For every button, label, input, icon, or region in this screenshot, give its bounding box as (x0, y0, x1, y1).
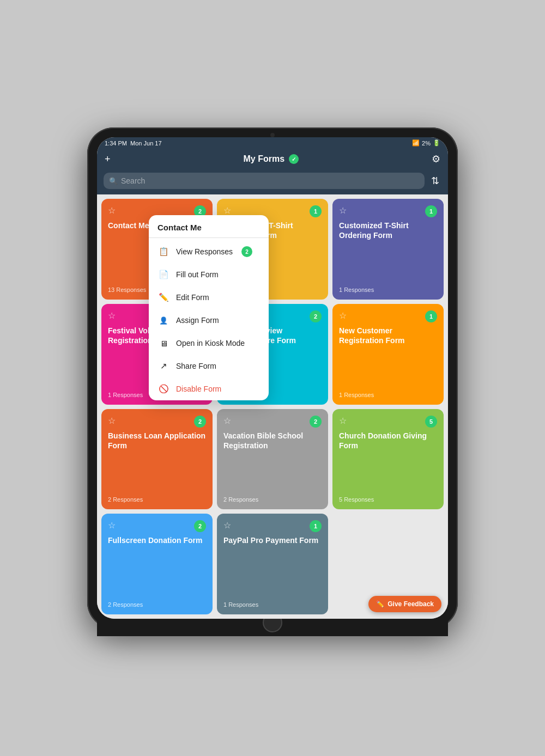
fill-out-icon: 📄 (158, 269, 169, 281)
tablet-device: 1:34 PM Mon Jun 17 📶 2% 🔋 + My Forms ✓ ⚙… (87, 127, 458, 629)
header-title-area: My Forms ✓ (243, 154, 299, 164)
camera-dot (270, 133, 275, 137)
wifi-icon: 📶 (412, 139, 420, 147)
assign-form-icon: 👤 (158, 314, 169, 326)
feedback-icon: ✏️ (376, 600, 384, 608)
menu-item-edit-form[interactable]: ✏️ Edit Form (149, 286, 269, 309)
fill-out-label: Fill out Form (176, 270, 219, 279)
verified-icon: ✓ (289, 154, 299, 164)
settings-button[interactable]: ⚙ (432, 153, 440, 165)
context-menu-overlay[interactable]: Contact Me 📋 View Responses 2 📄 Fill out… (97, 194, 448, 619)
menu-item-disable-form[interactable]: 🚫 Disable Form (149, 377, 269, 400)
search-field-wrap[interactable]: 🔍 (104, 173, 425, 189)
search-bar: 🔍 ⇅ (97, 169, 448, 194)
sort-icon: ⇅ (431, 175, 439, 186)
kiosk-icon: 🖥 (158, 337, 169, 349)
context-menu-divider (149, 237, 269, 238)
menu-item-fill-out[interactable]: 📄 Fill out Form (149, 263, 269, 286)
disable-form-label: Disable Form (176, 385, 221, 393)
share-icon: ↗ (158, 360, 169, 372)
feedback-label: Give Feedback (387, 600, 434, 608)
tablet-screen: 1:34 PM Mon Jun 17 📶 2% 🔋 + My Forms ✓ ⚙… (97, 137, 448, 619)
status-indicators: 📶 2% 🔋 (412, 139, 440, 147)
home-area (97, 619, 448, 636)
forms-grid: ☆ 2 Contact Me 13 Responses ☆ 1 Customiz… (97, 194, 448, 619)
edit-form-label: Edit Form (176, 293, 209, 302)
view-responses-badge: 2 (241, 246, 252, 257)
app-header: + My Forms ✓ ⚙ (97, 149, 448, 169)
status-bar: 1:34 PM Mon Jun 17 📶 2% 🔋 (97, 137, 448, 149)
menu-item-share-form[interactable]: ↗ Share Form (149, 355, 269, 377)
search-icon: 🔍 (109, 177, 118, 185)
view-responses-label: View Responses (176, 247, 233, 256)
battery-icon: 🔋 (433, 139, 440, 147)
assign-form-label: Assign Form (176, 316, 219, 325)
sort-button[interactable]: ⇅ (429, 173, 441, 189)
add-button[interactable]: + (105, 154, 111, 165)
context-menu: Contact Me 📋 View Responses 2 📄 Fill out… (149, 215, 269, 400)
context-menu-title: Contact Me (149, 215, 269, 237)
battery-percent: 2% (422, 140, 431, 147)
give-feedback-button[interactable]: ✏️ Give Feedback (368, 596, 441, 612)
share-form-label: Share Form (176, 362, 216, 370)
edit-form-icon: ✏️ (158, 291, 169, 303)
disable-icon: 🚫 (158, 383, 169, 395)
menu-item-kiosk[interactable]: 🖥 Open in Kiosk Mode (149, 332, 269, 355)
status-time: 1:34 PM Mon Jun 17 (105, 140, 162, 147)
kiosk-label: Open in Kiosk Mode (176, 339, 245, 347)
menu-item-view-responses[interactable]: 📋 View Responses 2 (149, 240, 269, 263)
view-responses-icon: 📋 (158, 246, 169, 258)
header-title: My Forms (243, 154, 284, 164)
menu-item-assign-form[interactable]: 👤 Assign Form (149, 309, 269, 332)
search-input[interactable] (121, 176, 419, 185)
